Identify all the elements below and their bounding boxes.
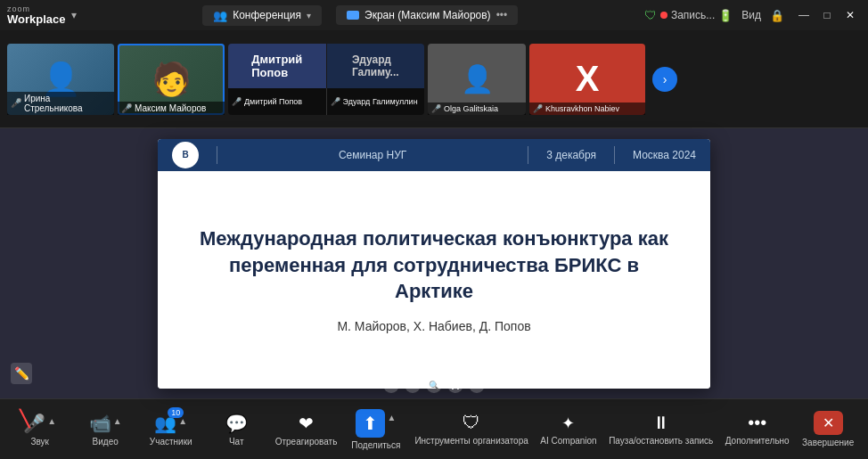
meeting-icon: 👥 bbox=[213, 9, 227, 22]
host-tools-label: Инструменты организатора bbox=[414, 436, 528, 446]
toolbar-chat[interactable]: 💬 Чат bbox=[209, 413, 263, 447]
header-divider-1 bbox=[217, 146, 217, 164]
share-chevron-icon[interactable]: ▲ bbox=[387, 413, 396, 422]
toolbar-react[interactable]: ❤ Отреагировать bbox=[275, 413, 338, 447]
toolbar-share-row: ⬆ ▲ bbox=[356, 409, 396, 438]
participant-group-names[interactable]: ДмитрийПопов ЭдуардГалиму... 🎤 Дмитрий П… bbox=[228, 44, 424, 115]
mic-icon-dmitry: 🎤 bbox=[232, 97, 242, 106]
record-indicator: 🛡 Запись... 🔋 bbox=[644, 8, 733, 22]
app-logo-area: zoom Workplace ▾ bbox=[7, 5, 77, 25]
toolbar-more[interactable]: ••• Дополнительно bbox=[725, 413, 790, 446]
end-label: Завершение bbox=[802, 438, 854, 447]
khus-avatar-letter: X bbox=[576, 59, 600, 99]
record-label: Запись... bbox=[671, 9, 715, 21]
maxim-name-bar: 🎤 Максим Майоров bbox=[118, 102, 225, 115]
meeting-tab[interactable]: 👥 Конференция ▾ bbox=[202, 5, 322, 26]
toolbar-pause-record[interactable]: ⏸ Пауза/остановить запись bbox=[609, 413, 713, 446]
ai-icon: ✦ bbox=[561, 414, 575, 433]
khus-label: Khusravkhon Nabiev bbox=[545, 104, 619, 113]
chat-label: Чат bbox=[229, 437, 244, 447]
share-icon: ⬆ bbox=[356, 409, 385, 438]
battery-icon: 🔋 bbox=[718, 9, 733, 22]
header-divider-3 bbox=[614, 146, 615, 164]
slide-header: В Семинар НУГ 3 декабря Москва 2024 bbox=[158, 139, 710, 171]
video-chevron-icon[interactable]: ▲ bbox=[113, 416, 122, 426]
edit-pencil-button[interactable]: ✏️ bbox=[11, 363, 32, 384]
slide-prev-button[interactable]: ‹ bbox=[383, 377, 399, 393]
person-bw-icon: 👤 bbox=[461, 63, 494, 94]
participant-maxim[interactable]: 🧑 🎤 Максим Майоров bbox=[118, 44, 225, 115]
eduard-name-bar: 🎤 Эдуард Галимуллин bbox=[327, 88, 425, 115]
irina-name-label: Ирина Стрельникова bbox=[24, 94, 111, 113]
ai-label: AI Companion bbox=[540, 436, 596, 446]
toolbar-video[interactable]: 📹 ▲ Видео bbox=[78, 413, 132, 447]
host-tools-icon: 🛡 bbox=[463, 413, 480, 433]
slide-next-button[interactable]: › bbox=[405, 377, 421, 393]
mic-muted-icon: 🎤 bbox=[11, 98, 21, 108]
participants-icon: 👥 10 bbox=[154, 413, 176, 434]
main-content-area: ✏️ В Семинар НУГ 3 декабря Москва 2024 М… bbox=[0, 128, 868, 398]
eduard-label: Эдуард Галимуллин bbox=[343, 97, 418, 106]
end-icon: ✕ bbox=[814, 411, 843, 435]
share-label: Поделиться bbox=[351, 440, 400, 450]
slide-more-button[interactable]: ••• bbox=[469, 377, 485, 393]
meeting-tab-chevron: ▾ bbox=[307, 11, 311, 20]
toolbar-host-tools[interactable]: 🛡 Инструменты организатора bbox=[414, 413, 528, 446]
screen-share-tab[interactable]: Экран (Максим Майоров) ••• bbox=[336, 5, 518, 25]
mic-icon: 🎤 bbox=[121, 103, 132, 113]
mic-icon-eduard: 🎤 bbox=[331, 97, 340, 106]
record-dot bbox=[660, 12, 667, 19]
shield-green-icon: 🛡 bbox=[644, 8, 657, 22]
logo-letter: В bbox=[182, 150, 188, 160]
maximize-button[interactable]: □ bbox=[816, 4, 838, 26]
lock-icon: 🔒 bbox=[770, 9, 784, 22]
screen-tab-more-icon: ••• bbox=[496, 9, 508, 21]
participant-olga[interactable]: 👤 🎤 Olga Galitskaia bbox=[428, 44, 526, 115]
participants-label: Участники bbox=[150, 437, 192, 447]
zoom-logo: zoom Workplace bbox=[7, 5, 66, 25]
slide-zoom-button[interactable]: 🔍 bbox=[426, 377, 442, 393]
mic-slash: ╲ bbox=[20, 409, 29, 429]
toolbar-sound-row: 🎤 ╲ ▲ bbox=[23, 413, 56, 434]
react-icon: ❤ bbox=[299, 413, 314, 434]
screen-tab-label: Экран (Максим Майоров) bbox=[364, 9, 491, 21]
toolbar-share[interactable]: ⬆ ▲ Поделиться bbox=[349, 409, 403, 450]
khus-name-bar: 🎤 Khusravkhon Nabiev bbox=[529, 102, 645, 115]
participant-irina[interactable]: 👤 🎤 Ирина Стрельникова bbox=[7, 44, 114, 115]
toolbar-ai[interactable]: ✦ AI Companion bbox=[540, 414, 596, 446]
mic-icon-khus: 🎤 bbox=[533, 104, 543, 113]
pause-record-label: Пауза/остановить запись bbox=[609, 436, 713, 446]
slide-city: Москва 2024 bbox=[633, 149, 696, 161]
toolbar-sound[interactable]: 🎤 ╲ ▲ Звук bbox=[13, 413, 67, 447]
top-bar: zoom Workplace ▾ 👥 Конференция ▾ Экран (… bbox=[0, 0, 868, 30]
chat-icon: 💬 bbox=[225, 413, 248, 434]
olga-name-bar: 🎤 Olga Galitskaia bbox=[428, 102, 526, 115]
chevron-down-icon[interactable]: ▾ bbox=[71, 9, 77, 21]
participant-count-badge: 10 bbox=[168, 407, 184, 418]
more-label: Дополнительно bbox=[725, 436, 790, 446]
seminar-label: Семинар НУГ bbox=[235, 149, 510, 161]
workplace-text: Workplace bbox=[7, 13, 66, 25]
meeting-tab-label: Конференция bbox=[233, 9, 301, 21]
top-bar-tabs: 👥 Конференция ▾ Экран (Максим Майоров) •… bbox=[202, 5, 518, 26]
slide-body: Международная политическая конъюнктура к… bbox=[158, 171, 710, 389]
dmitry-label: Дмитрий Попов bbox=[244, 97, 302, 106]
close-button[interactable]: ✕ bbox=[839, 4, 861, 26]
mute-icon: 🎤 ╲ bbox=[23, 413, 45, 434]
video-icon: 📹 bbox=[89, 413, 111, 434]
next-participant-button[interactable]: › bbox=[652, 67, 677, 92]
sound-chevron-icon[interactable]: ▲ bbox=[47, 416, 56, 426]
maxim-name-label: Максим Майоров bbox=[135, 103, 206, 113]
dmitry-name-bar: 🎤 Дмитрий Попов bbox=[228, 88, 327, 115]
bottom-toolbar: 🎤 ╲ ▲ Звук 📹 ▲ Видео 👥 10 ▲ Участники 💬 … bbox=[0, 398, 868, 459]
olga-label: Olga Galitskaia bbox=[444, 104, 498, 113]
react-label: Отреагировать bbox=[275, 437, 338, 447]
participant-khus[interactable]: X 🎤 Khusravkhon Nabiev bbox=[529, 44, 645, 115]
header-divider-2 bbox=[528, 146, 528, 164]
toolbar-participants-row: 👥 10 ▲ bbox=[154, 413, 187, 434]
minimize-button[interactable]: — bbox=[793, 4, 815, 26]
toolbar-end[interactable]: ✕ Завершение bbox=[801, 411, 855, 447]
slide-fullscreen-button[interactable]: ⛶ bbox=[447, 377, 463, 393]
toolbar-participants[interactable]: 👥 10 ▲ Участники bbox=[144, 413, 198, 447]
pause-record-icon: ⏸ bbox=[652, 413, 670, 433]
